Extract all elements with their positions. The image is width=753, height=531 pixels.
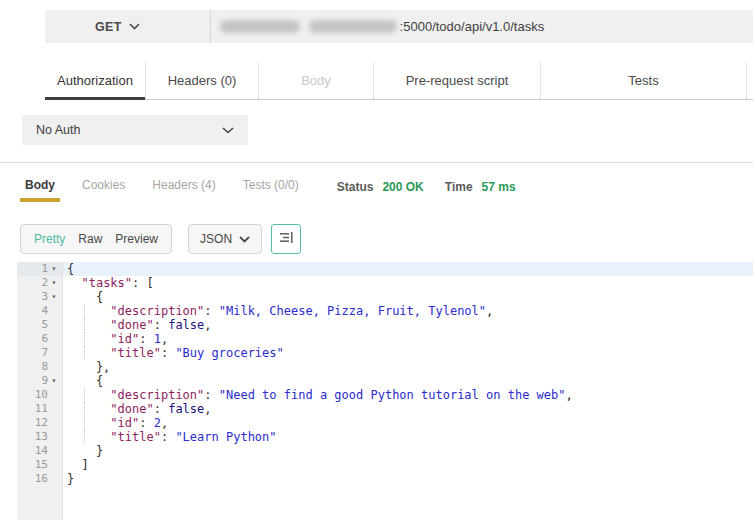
tab-label: Tests <box>628 73 658 88</box>
tab-label: Authorization <box>57 73 133 88</box>
line-number: 1 <box>41 262 48 276</box>
time-label: Time <box>445 180 473 194</box>
line-number: 4 <box>41 304 48 318</box>
line-number: 3 <box>41 290 48 304</box>
request-response-divider <box>0 162 753 163</box>
status-label: Status <box>337 180 374 194</box>
status-group: Status 200 OK Time 57 ms <box>337 180 537 194</box>
tab-label: Body <box>301 73 331 88</box>
line-number: 7 <box>41 346 48 360</box>
code-line: 14 } <box>17 444 753 458</box>
code-line: 7 "title": "Buy groceries" <box>17 346 753 360</box>
line-gutter: 11 <box>17 402 63 416</box>
redacted-host-segment <box>220 20 300 33</box>
line-number: 9 <box>41 374 48 388</box>
line-number: 13 <box>35 430 48 444</box>
line-number: 10 <box>35 388 48 402</box>
line-gutter: 1▾ <box>17 262 63 276</box>
request-url-bar: GET :5000/todo/api/v1.0/tasks <box>45 10 753 43</box>
code-line-content: "title": "Learn Python" <box>63 430 753 444</box>
code-line-content: "id": 1, <box>63 332 753 346</box>
auth-type-dropdown[interactable]: No Auth <box>22 115 248 145</box>
code-line-content: }, <box>63 360 753 374</box>
code-line: 5 "done": false, <box>17 318 753 332</box>
response-view-toolbar: Pretty Raw Preview JSON <box>20 224 301 254</box>
code-editor[interactable]: 1▾{2▾ "tasks": [3▾ {4 "description": "Mi… <box>17 262 753 520</box>
line-gutter: 2▾ <box>17 276 63 290</box>
line-gutter: 8 <box>17 360 63 374</box>
response-meta-row: Body Cookies Headers (4) Tests (0/0) Sta… <box>20 174 753 200</box>
code-line-content: } <box>63 472 753 486</box>
line-gutter: 5 <box>17 318 63 332</box>
line-gutter: 16 <box>17 472 63 486</box>
code-line: 1▾{ <box>17 262 753 276</box>
view-pretty-button[interactable]: Pretty <box>34 232 65 246</box>
code-line-content: "id": 2, <box>63 416 753 430</box>
chevron-down-icon[interactable] <box>129 23 140 30</box>
code-line: 11 "done": false, <box>17 402 753 416</box>
fold-toggle-icon[interactable]: ▾ <box>48 374 60 388</box>
tab-headers[interactable]: Headers (0) <box>145 62 258 99</box>
line-number: 14 <box>35 444 48 458</box>
code-line: 16} <box>17 472 753 486</box>
code-line: 4 "description": "Milk, Cheese, Pizza, F… <box>17 304 753 318</box>
fold-toggle-icon[interactable]: ▾ <box>48 262 60 276</box>
line-number: 5 <box>41 318 48 332</box>
code-line-content: "done": false, <box>63 402 753 416</box>
code-line-content: } <box>63 444 753 458</box>
tab-authorization[interactable]: Authorization <box>45 62 145 99</box>
response-tab-body[interactable]: Body <box>20 173 60 201</box>
code-line: 13 "title": "Learn Python" <box>17 430 753 444</box>
tab-body: Body <box>258 62 373 99</box>
code-line: 8 }, <box>17 360 753 374</box>
line-number: 11 <box>35 402 48 416</box>
code-line-content: { <box>63 290 753 304</box>
line-number: 15 <box>35 458 48 472</box>
line-gutter: 7 <box>17 346 63 360</box>
line-number: 12 <box>35 416 48 430</box>
chevron-down-icon <box>239 236 250 243</box>
redacted-host-segment <box>309 20 397 33</box>
chevron-down-icon <box>222 127 234 134</box>
fold-toggle-icon[interactable]: ▾ <box>48 276 60 290</box>
code-line: 10 "description": "Need to find a good P… <box>17 388 753 402</box>
gutter-tail <box>17 486 63 520</box>
code-line: 9▾ { <box>17 374 753 388</box>
fold-toggle-icon[interactable]: ▾ <box>48 290 60 304</box>
line-gutter: 10 <box>17 388 63 402</box>
view-raw-button[interactable]: Raw <box>78 232 102 246</box>
line-gutter: 6 <box>17 332 63 346</box>
line-gutter: 9▾ <box>17 374 63 388</box>
line-gutter: 15 <box>17 458 63 472</box>
code-line: 2▾ "tasks": [ <box>17 276 753 290</box>
line-gutter: 13 <box>17 430 63 444</box>
line-number: 8 <box>41 360 48 374</box>
response-tab-tests[interactable]: Tests (0/0) <box>238 173 304 201</box>
line-gutter: 12 <box>17 416 63 430</box>
line-number: 2 <box>41 276 48 290</box>
format-dropdown[interactable]: JSON <box>188 224 262 254</box>
format-value: JSON <box>200 232 232 246</box>
code-line: 6 "id": 1, <box>17 332 753 346</box>
request-tabs: Authorization Headers (0) Body Pre-reque… <box>45 62 747 99</box>
line-gutter: 4 <box>17 304 63 318</box>
code-line: 12 "id": 2, <box>17 416 753 430</box>
line-number: 6 <box>41 332 48 346</box>
tab-tests[interactable]: Tests <box>540 62 747 99</box>
view-mode-group: Pretty Raw Preview <box>20 224 172 254</box>
wrap-text-button[interactable] <box>271 224 301 254</box>
url-input[interactable]: :5000/todo/api/v1.0/tasks <box>400 19 545 34</box>
view-preview-button[interactable]: Preview <box>115 232 158 246</box>
tab-pre-request-script[interactable]: Pre-request script <box>373 62 540 99</box>
tab-label: Pre-request script <box>406 73 509 88</box>
wrap-lines-icon <box>279 230 294 248</box>
method-selector[interactable]: GET <box>95 20 122 34</box>
code-line-content: "description": "Milk, Cheese, Pizza, Fru… <box>63 304 753 318</box>
auth-type-value: No Auth <box>36 123 80 137</box>
response-tab-headers[interactable]: Headers (4) <box>147 173 220 201</box>
line-gutter: 14 <box>17 444 63 458</box>
response-tab-cookies[interactable]: Cookies <box>77 173 130 201</box>
url-bar-divider <box>210 10 211 43</box>
code-line-content: "done": false, <box>63 318 753 332</box>
line-gutter: 3▾ <box>17 290 63 304</box>
